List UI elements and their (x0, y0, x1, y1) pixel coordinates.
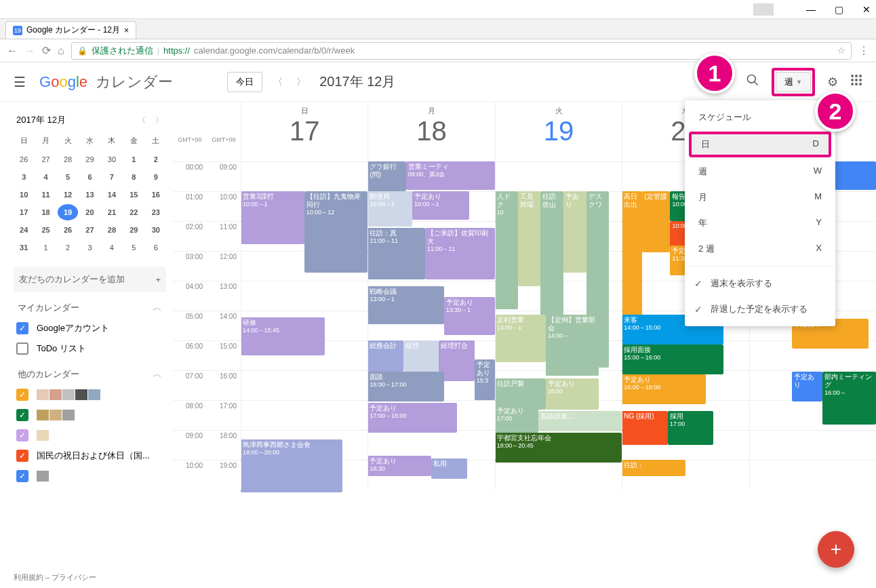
mini-day[interactable]: 28 (102, 222, 122, 238)
mini-day[interactable]: 14 (102, 187, 122, 203)
reload-icon[interactable]: ⟳ (42, 44, 51, 57)
chevron-up-icon[interactable]: ︿ (153, 368, 162, 380)
hamburger-icon[interactable]: ☰ (14, 74, 26, 90)
mini-day[interactable]: 4 (102, 239, 122, 256)
mini-day[interactable]: 24 (14, 222, 34, 238)
view-option-toggle[interactable]: ✓週末を表示する (685, 271, 835, 296)
view-option-toggle[interactable]: ✓辞退した予定を表示する (685, 296, 835, 322)
calendar-list-item[interactable]: ToDo リスト (14, 338, 166, 359)
mini-day[interactable]: 22 (123, 204, 144, 220)
mini-day[interactable]: 18 (35, 204, 56, 220)
calendar-checkbox[interactable]: ✓ (16, 429, 28, 442)
add-friend-calendar[interactable]: 友だちのカレンダーを追加 + (14, 267, 166, 292)
tab-close-icon[interactable]: × (124, 26, 129, 35)
hour-row[interactable]: 10:0019:00 (173, 460, 876, 490)
gear-icon[interactable]: ⚙ (827, 75, 838, 90)
mini-day[interactable]: 2 (58, 239, 78, 256)
mini-day[interactable]: 3 (14, 169, 34, 185)
mini-day[interactable]: 5 (123, 239, 144, 256)
apps-grid-icon[interactable] (850, 74, 862, 90)
hour-row[interactable]: 07:0016:00 (173, 370, 876, 400)
mini-day[interactable]: 17 (14, 204, 34, 220)
mini-day[interactable]: 27 (79, 222, 100, 238)
hour-row[interactable]: 09:0018:00 (173, 430, 876, 460)
mini-day[interactable]: 6 (79, 169, 100, 185)
calendar-checkbox[interactable]: ✓ (16, 409, 28, 421)
day-header[interactable]: 月18 (367, 102, 494, 161)
url-input[interactable]: 🔒 保護された通信 | https://calendar.google.com/… (71, 42, 852, 60)
calendar-list-item[interactable]: ✓Googleアカウント (14, 318, 166, 338)
create-event-fab[interactable]: + (818, 531, 854, 568)
mini-day[interactable]: 4 (35, 169, 56, 185)
other-calendars-header[interactable]: 他のカレンダー (18, 368, 79, 380)
footer-links[interactable]: 利用規約 – プライバシー (14, 572, 96, 583)
view-option[interactable]: 2 週X (685, 236, 835, 262)
mini-day[interactable]: 8 (123, 169, 144, 185)
view-switcher-button[interactable]: 週 ▼ (776, 72, 811, 92)
view-option-day[interactable]: 日D (692, 134, 829, 155)
mini-day[interactable]: 26 (58, 222, 78, 238)
back-icon[interactable]: ← (7, 45, 18, 57)
calendar-list-item[interactable]: ✓ (14, 466, 166, 486)
mini-day[interactable]: 1 (123, 151, 144, 168)
forward-icon[interactable]: → (24, 45, 35, 57)
mini-day[interactable]: 6 (146, 239, 166, 256)
mini-day[interactable]: 9 (146, 169, 166, 185)
calendar-list-item[interactable]: ✓ (14, 405, 166, 425)
chevron-up-icon[interactable]: ︿ (153, 302, 162, 314)
mini-day[interactable]: 21 (102, 204, 122, 220)
mini-day[interactable]: 26 (14, 151, 34, 168)
close-icon[interactable]: ✕ (862, 4, 871, 15)
prev-week-icon[interactable]: 〈 (273, 76, 283, 88)
hour-row[interactable]: 06:0015:00 (173, 340, 876, 370)
calendar-list-item[interactable]: ✓ (14, 385, 166, 405)
mini-day[interactable]: 29 (79, 151, 100, 168)
calendar-checkbox[interactable]: ✓ (16, 322, 28, 334)
mini-day[interactable]: 23 (146, 204, 166, 220)
mini-day[interactable]: 16 (146, 187, 166, 203)
mini-day[interactable]: 12 (58, 187, 78, 203)
calendar-checkbox[interactable] (16, 342, 28, 355)
day-header[interactable]: 日17 (241, 102, 367, 161)
mini-day[interactable]: 10 (14, 187, 34, 203)
mini-day[interactable]: 15 (123, 187, 144, 203)
mini-day[interactable]: 19 (58, 204, 78, 220)
mini-day[interactable]: 7 (102, 169, 122, 185)
mini-day[interactable]: 11 (35, 187, 56, 203)
next-week-icon[interactable]: 〉 (296, 76, 306, 88)
calendar-checkbox[interactable]: ✓ (16, 450, 28, 462)
today-button[interactable]: 今日 (227, 72, 262, 92)
mini-calendar[interactable]: 日月火水木金土262728293012345678910111213141516… (14, 132, 166, 256)
view-option[interactable]: スケジュール (685, 104, 835, 130)
view-option[interactable]: 月M (685, 184, 835, 210)
search-icon[interactable] (746, 73, 759, 90)
mini-day[interactable]: 28 (58, 151, 78, 168)
mini-next-icon[interactable]: 〉 (155, 115, 163, 126)
calendar-checkbox[interactable]: ✓ (16, 470, 28, 482)
calendar-list-item[interactable]: ✓ (14, 425, 166, 446)
hour-row[interactable]: 08:0017:00 (173, 400, 876, 430)
view-option[interactable]: 年Y (685, 210, 835, 236)
mini-day[interactable]: 20 (79, 204, 100, 220)
mini-day[interactable]: 13 (79, 187, 100, 203)
mini-day[interactable]: 1 (35, 239, 56, 256)
menu-dots-icon[interactable]: ⋮ (858, 44, 869, 57)
mini-day[interactable]: 29 (123, 222, 144, 238)
mini-day[interactable]: 31 (14, 239, 34, 256)
calendar-checkbox[interactable]: ✓ (16, 389, 28, 401)
mini-day[interactable]: 5 (58, 169, 78, 185)
maximize-icon[interactable]: ▢ (835, 4, 843, 15)
mini-day[interactable]: 3 (79, 239, 100, 256)
mini-day[interactable]: 2 (146, 151, 166, 168)
mini-day[interactable]: 30 (102, 151, 122, 168)
mini-day[interactable]: 30 (146, 222, 166, 238)
my-calendars-header[interactable]: マイカレンダー (18, 302, 79, 314)
minimize-icon[interactable]: — (806, 4, 816, 15)
mini-prev-icon[interactable]: 〈 (138, 115, 146, 126)
mini-day[interactable]: 25 (35, 222, 56, 238)
home-icon[interactable]: ⌂ (58, 45, 64, 57)
star-icon[interactable]: ☆ (837, 45, 845, 56)
calendar-list-item[interactable]: ✓国民の祝日および休日（国... (14, 446, 166, 466)
browser-tab[interactable]: 19 Google カレンダー - 12月 × (5, 21, 136, 39)
day-header[interactable]: 火19 (495, 102, 622, 161)
